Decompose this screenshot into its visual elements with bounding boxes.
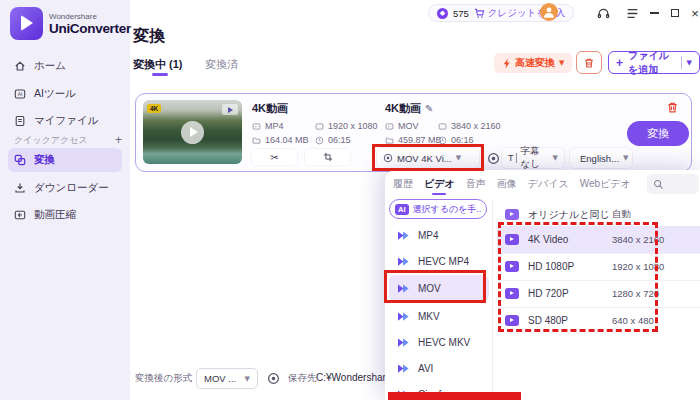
resolution-icon <box>315 122 324 131</box>
video-thumbnail[interactable]: 4K <box>143 100 242 164</box>
annotation-bottom-highlight <box>388 392 521 400</box>
credits-count: 575 <box>453 8 469 19</box>
sidebar-item-my-files[interactable]: マイファイル <box>8 109 122 133</box>
output-format-label: 変換後の形式 <box>135 372 192 385</box>
source-resolution: 1920 x 1080 <box>315 121 378 131</box>
scissors-icon: ✂ <box>270 152 278 163</box>
sidebar-item-convert[interactable]: 変換 <box>8 148 122 172</box>
edit-icon[interactable]: ✎ <box>425 103 433 114</box>
subtitle-dropdown[interactable]: T 字幕なし ▼ <box>502 148 564 168</box>
format-icon <box>252 122 261 131</box>
format-item-avi[interactable]: AVI <box>389 355 489 381</box>
resolution-value: 自動 <box>612 208 631 221</box>
panel-tab-video[interactable]: ビデオ <box>424 177 455 195</box>
brand-top: Wondershare <box>49 12 131 21</box>
panel-tab-history[interactable]: 履歴 <box>393 177 413 195</box>
format-item-mkv[interactable]: MKV <box>389 303 489 329</box>
home-icon <box>14 60 26 72</box>
source-format: MP4 <box>252 121 284 131</box>
trash-icon <box>666 101 679 114</box>
plus-icon: + <box>616 56 623 70</box>
sidebar-item-ai-tools[interactable]: AI AIツール <box>8 82 122 106</box>
video-format-icon <box>397 337 410 348</box>
sidebar-item-label: AIツール <box>34 87 76 101</box>
remove-task-button[interactable] <box>666 100 679 118</box>
subtitle-icon: T <box>508 153 517 163</box>
output-format-value: MOV ... <box>204 373 236 384</box>
svg-text:AI: AI <box>18 91 23 97</box>
close-button[interactable]: × <box>686 4 700 22</box>
gear-icon <box>267 372 280 385</box>
preset-settings-button[interactable] <box>487 151 500 169</box>
output-settings-button[interactable] <box>267 371 280 389</box>
format-item-mp4[interactable]: MP4 <box>389 222 489 248</box>
source-duration: 06:15 <box>315 135 351 145</box>
minimize-button[interactable] <box>645 4 663 22</box>
page-title: 変換 <box>133 26 165 47</box>
panel-tab-device[interactable]: デバイス <box>528 177 569 195</box>
fast-convert-button[interactable]: 高速変換 ▼ <box>494 53 572 73</box>
crop-button[interactable] <box>305 149 350 165</box>
annotation-preset-highlight <box>372 144 484 171</box>
add-files-label: ファイルを追加 <box>628 49 676 77</box>
resolution-icon <box>438 122 447 131</box>
audio-dropdown[interactable]: English... ▼ <box>570 148 632 168</box>
4k-badge: 4K <box>147 104 161 113</box>
tab-converting[interactable]: 変換中 (1) <box>133 57 183 72</box>
convert-button[interactable]: 変換 <box>627 121 689 146</box>
annotation-mov-highlight <box>384 270 486 303</box>
caret-down-icon: ▼ <box>623 154 628 162</box>
output-resolution: 3840 x 2160 <box>438 121 501 131</box>
source-file-title: 4K動画 <box>252 101 288 116</box>
format-icon <box>385 122 394 131</box>
person-icon <box>542 5 556 19</box>
source-size-value: 164.04 MB <box>265 135 309 145</box>
format-search-box[interactable] <box>647 174 699 194</box>
maximize-button[interactable] <box>666 4 684 22</box>
panel-tab-audio[interactable]: 音声 <box>466 177 486 195</box>
compress-icon <box>14 209 26 221</box>
task-list-button[interactable] <box>624 5 640 21</box>
gear-icon <box>487 152 500 165</box>
file-icon <box>14 115 26 127</box>
tab-converted[interactable]: 変換済 <box>205 57 238 72</box>
panel-column-divider <box>492 200 493 400</box>
button-divider <box>681 56 682 69</box>
trash-icon <box>583 57 595 69</box>
video-format-icon <box>397 363 410 374</box>
support-headset-button[interactable] <box>595 5 611 21</box>
video-format-icon <box>397 311 410 322</box>
quick-access-add-button[interactable]: + <box>115 133 122 147</box>
annotation-resolution-dashed-box <box>498 222 658 332</box>
avatar[interactable] <box>540 3 558 21</box>
sidebar-item-home[interactable]: ホーム <box>8 54 122 78</box>
add-files-button[interactable]: + ファイルを追加 ▼ <box>608 51 700 74</box>
clear-list-button[interactable] <box>576 51 602 74</box>
cart-icon <box>474 8 485 19</box>
destination-label: 保存先 <box>288 372 317 385</box>
format-label: HEVC MKV <box>418 337 470 348</box>
sidebar-item-label: 動画圧縮 <box>34 208 76 222</box>
source-duration-value: 06:15 <box>328 135 351 145</box>
panel-tab-image[interactable]: 画像 <box>497 177 517 195</box>
resolution-name: オリジナルと同じ <box>528 208 612 222</box>
format-item-hevc-mkv[interactable]: HEVC MKV <box>389 329 489 355</box>
list-icon <box>626 7 639 20</box>
panel-tab-webvideo[interactable]: Webビデオ <box>580 177 631 195</box>
video-format-icon <box>397 256 410 267</box>
sidebar-item-downloader[interactable]: ダウンローダー <box>8 176 122 200</box>
close-icon: × <box>691 7 699 20</box>
sidebar-item-label: マイファイル <box>34 114 98 128</box>
video-preset-icon <box>505 209 519 220</box>
download-icon <box>14 182 26 194</box>
sidebar-item-video-compress[interactable]: 動画圧縮 <box>8 203 122 227</box>
caret-down-icon[interactable]: ▼ <box>687 59 692 67</box>
crop-icon <box>323 152 333 162</box>
ai-select-button[interactable]: AI 選択するのを手... <box>389 199 487 219</box>
output-format-dropdown[interactable]: MOV ... ▼ <box>196 368 258 389</box>
source-size: 164.04 MB <box>252 135 309 145</box>
output-format-value: MOV <box>398 121 419 131</box>
trim-button[interactable]: ✂ <box>252 149 297 165</box>
convert-icon <box>14 154 26 166</box>
play-icon[interactable] <box>181 121 204 144</box>
